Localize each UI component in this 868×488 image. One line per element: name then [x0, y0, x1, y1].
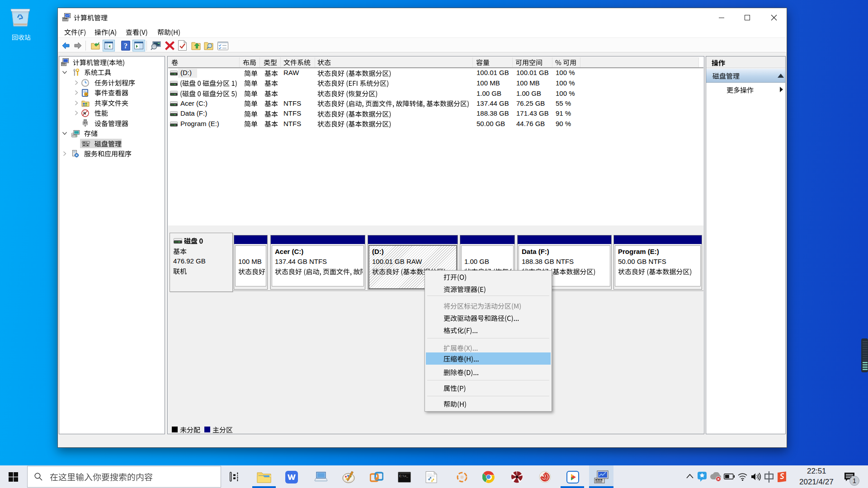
svg-text:C:\>_: C:\>_: [399, 475, 408, 478]
svg-text:?: ?: [124, 42, 127, 50]
